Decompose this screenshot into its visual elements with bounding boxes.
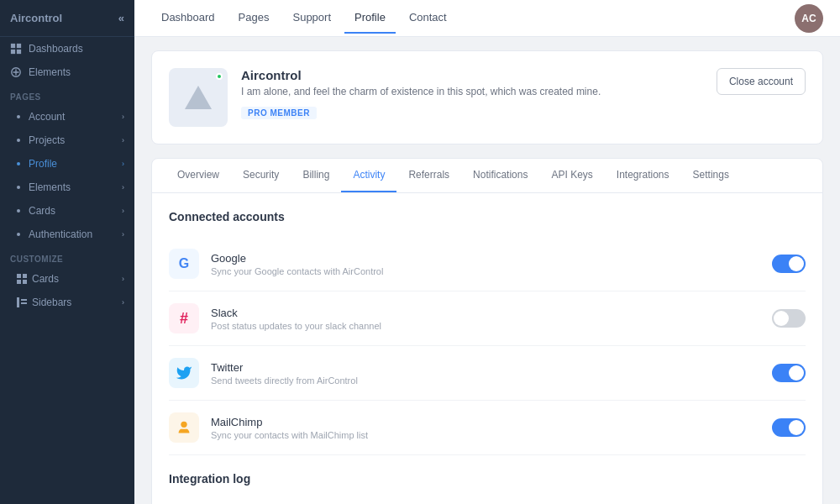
- sidebar-collapse-button[interactable]: «: [118, 12, 124, 24]
- chevron-right-icon: ›: [122, 298, 124, 307]
- tab-security[interactable]: Security: [231, 159, 291, 192]
- toggle-knob: [789, 365, 804, 381]
- sidebar-elements-label: Elements: [29, 66, 71, 78]
- slack-toggle[interactable]: [772, 309, 806, 328]
- svg-rect-11: [21, 302, 27, 304]
- sidebar-auth-label: Authentication: [29, 228, 92, 240]
- tab-overview[interactable]: Overview: [165, 159, 231, 192]
- sidebar-cards-label: Cards: [29, 205, 55, 217]
- app-name: Aircontrol: [10, 12, 62, 24]
- chevron-right-icon: ›: [122, 207, 124, 215]
- mailchimp-desc: Sync your contacts with MailChimp list: [211, 430, 772, 440]
- mailchimp-logo-icon: [175, 418, 193, 437]
- top-nav-support[interactable]: Support: [282, 3, 341, 34]
- profile-logo-icon: [185, 86, 212, 109]
- dot-icon: [17, 233, 20, 236]
- sidebar-item-authentication[interactable]: Authentication ›: [0, 223, 134, 246]
- sidebar-item-dashboards[interactable]: Dashboards: [0, 37, 134, 60]
- tab-notifications[interactable]: Notifications: [461, 159, 539, 192]
- tab-content-activity: Connected accounts G Google Sync your Go…: [152, 193, 822, 504]
- google-desc: Sync your Google contacts with AirContro…: [211, 266, 772, 276]
- dot-icon: [17, 115, 20, 118]
- profile-name: Aircontrol: [241, 68, 703, 82]
- close-account-button[interactable]: Close account: [717, 68, 806, 95]
- toggle-knob: [774, 311, 789, 326]
- tab-activity[interactable]: Activity: [341, 159, 396, 192]
- dot-icon: [17, 162, 20, 165]
- sidebar-profile-label: Profile: [29, 158, 57, 170]
- svg-rect-10: [21, 299, 27, 301]
- google-info: Google Sync your Google contacts with Ai…: [211, 252, 772, 276]
- top-nav-contact[interactable]: Contact: [399, 3, 457, 34]
- twitter-toggle[interactable]: [772, 364, 806, 382]
- tab-settings[interactable]: Settings: [681, 159, 741, 192]
- sidebar-item-cards[interactable]: Cards ›: [0, 199, 134, 223]
- sidebar-item-sidebars[interactable]: Sidebars ›: [0, 291, 134, 314]
- sidebar-logo: Aircontrol «: [0, 0, 134, 37]
- sidebar-pages-section: PAGES: [0, 84, 134, 105]
- sidebar-item-projects[interactable]: Projects ›: [0, 129, 134, 152]
- account-row-google: G Google Sync your Google contacts with …: [169, 237, 806, 291]
- google-toggle[interactable]: [772, 255, 806, 273]
- svg-rect-1: [17, 44, 21, 48]
- chevron-right-icon: ›: [122, 183, 124, 192]
- google-name: Google: [211, 252, 772, 265]
- svg-rect-6: [23, 274, 27, 278]
- svg-rect-8: [23, 280, 27, 284]
- avatar-initials: AC: [801, 13, 816, 24]
- sidebar-account-label: Account: [29, 111, 65, 123]
- top-nav-profile[interactable]: Profile: [344, 3, 396, 34]
- pro-badge: PRO MEMBER: [241, 107, 317, 119]
- connected-accounts-title: Connected accounts: [169, 210, 806, 223]
- log-table: APPLICATION STATUS DATE LOG RESULT: [169, 499, 806, 504]
- grid-icon: [10, 43, 22, 55]
- sidebar-item-account[interactable]: Account ›: [0, 105, 134, 129]
- content-area: Aircontrol I am alone, and feel the char…: [134, 37, 840, 504]
- slack-desc: Post status updates to your slack channe…: [211, 321, 772, 331]
- tab-integrations[interactable]: Integrations: [605, 159, 681, 192]
- google-icon: G: [169, 249, 199, 279]
- tab-billing[interactable]: Billing: [291, 159, 341, 192]
- chevron-right-icon: ›: [122, 113, 124, 121]
- top-nav-pages[interactable]: Pages: [228, 3, 280, 34]
- account-row-slack: # Slack Post status updates to your slac…: [169, 291, 806, 346]
- svg-point-12: [181, 422, 186, 428]
- top-navigation: Dashboard Pages Support Profile Contact …: [134, 0, 840, 37]
- svg-rect-7: [17, 280, 21, 284]
- dot-icon: [17, 139, 20, 142]
- sub-tabs-nav: Overview Security Billing Activity Refer…: [152, 159, 822, 193]
- sidebar: Aircontrol « Dashboards Elements PAGES A…: [0, 0, 134, 504]
- svg-rect-9: [17, 297, 19, 307]
- mailchimp-icon: [169, 412, 199, 443]
- mailchimp-toggle[interactable]: [772, 418, 806, 437]
- twitter-name: Twitter: [211, 361, 772, 374]
- element-icon: [10, 66, 22, 78]
- chevron-right-icon: ›: [122, 160, 124, 168]
- sidebar-item-elements-top[interactable]: Elements: [0, 60, 134, 84]
- svg-rect-2: [11, 50, 15, 54]
- top-nav-dashboard[interactable]: Dashboard: [151, 3, 225, 34]
- chevron-right-icon: ›: [122, 230, 124, 239]
- sidebar-item-profile[interactable]: Profile ›: [0, 152, 134, 176]
- tab-referrals[interactable]: Referrals: [396, 159, 461, 192]
- slack-name: Slack: [211, 307, 772, 319]
- svg-rect-0: [11, 44, 15, 48]
- profile-description: I am alone, and feel the charm of existe…: [241, 86, 703, 97]
- dot-icon: [17, 209, 20, 213]
- chevron-right-icon: ›: [122, 275, 124, 283]
- toggle-knob: [789, 256, 804, 271]
- mailchimp-name: MailChimp: [211, 416, 772, 428]
- bird-icon: [176, 365, 192, 381]
- sidebar-item-elements[interactable]: Elements ›: [0, 176, 134, 199]
- sidebar-customize-section: CUSTOMIZE: [0, 246, 134, 267]
- slack-info: Slack Post status updates to your slack …: [211, 307, 772, 331]
- chevron-right-icon: ›: [122, 136, 124, 144]
- tab-api-keys[interactable]: API Keys: [539, 159, 604, 192]
- account-row-mailchimp: MailChimp Sync your contacts with MailCh…: [169, 401, 806, 455]
- sidebar-item-cards-customize[interactable]: Cards ›: [0, 267, 134, 291]
- svg-rect-5: [17, 274, 21, 278]
- profile-card: Aircontrol I am alone, and feel the char…: [151, 50, 823, 144]
- avatar[interactable]: AC: [795, 4, 823, 33]
- sidebar-elements-sub-label: Elements: [29, 181, 71, 193]
- svg-rect-3: [17, 50, 21, 54]
